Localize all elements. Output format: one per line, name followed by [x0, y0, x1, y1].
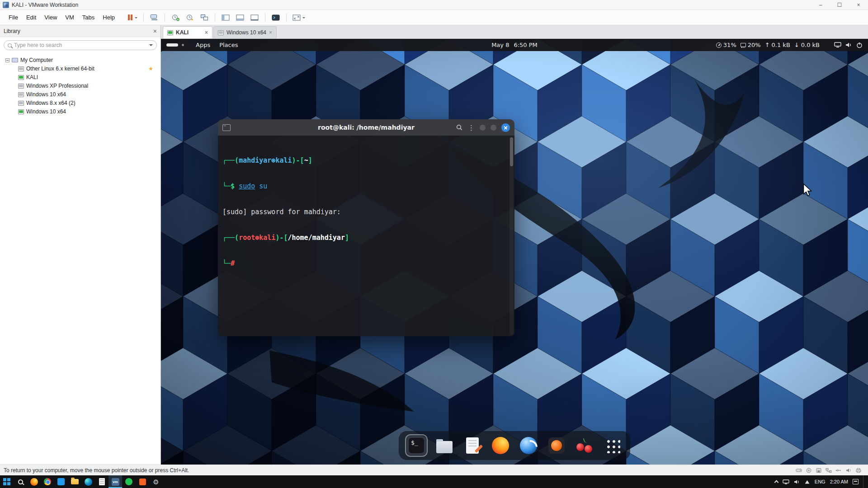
terminal-maximize-button[interactable]: [491, 125, 496, 131]
menu-edit[interactable]: Edit: [22, 12, 40, 23]
tab-windows-10-x64[interactable]: Windows 10 x64: [213, 26, 277, 38]
clock[interactable]: 2:20 AM: [830, 479, 848, 484]
vm-running-icon: [18, 109, 24, 114]
statusbar-message: To return to your computer, move the mou…: [4, 467, 189, 474]
terminal-line: ┌──(root⊛kali)-[/home/mahdiyar]: [222, 234, 505, 242]
console-view-button[interactable]: [270, 12, 282, 23]
terminal-minimize-button[interactable]: [480, 125, 486, 131]
places-menu[interactable]: Places: [215, 42, 242, 48]
dock-app-grid[interactable]: [602, 435, 623, 456]
taskbar-firefox[interactable]: [27, 475, 41, 488]
thumbnail-bar-icon: [236, 14, 244, 21]
tree-node-my-computer[interactable]: My Computer: [2, 56, 159, 64]
take-snapshot-button[interactable]: [170, 12, 181, 23]
usb-icon[interactable]: [835, 468, 842, 473]
tray-network-icon[interactable]: [804, 479, 810, 484]
taskbar-settings[interactable]: [149, 475, 163, 488]
taskbar-vscode[interactable]: [54, 475, 68, 488]
taskbar-chrome[interactable]: [41, 475, 54, 488]
close-button[interactable]: ×: [849, 0, 868, 9]
taskbar-file-explorer[interactable]: [68, 475, 81, 488]
library-close-icon[interactable]: [153, 28, 157, 34]
hidden-icons-chevron[interactable]: [774, 480, 778, 485]
revert-snapshot-button[interactable]: [184, 12, 196, 23]
terminal-close-button[interactable]: [501, 123, 510, 132]
taskbar-search-button[interactable]: [14, 475, 27, 488]
display-icon[interactable]: [834, 42, 841, 48]
floppy-icon[interactable]: [816, 468, 822, 473]
memory-indicator[interactable]: 20%: [741, 42, 761, 48]
fullscreen-button[interactable]: [291, 12, 307, 23]
scrollbar-thumb[interactable]: [510, 137, 513, 166]
tab-close-icon[interactable]: [269, 30, 272, 35]
menu-vm[interactable]: VM: [61, 12, 78, 23]
language-indicator[interactable]: ENG: [815, 479, 826, 484]
printer-icon[interactable]: [855, 468, 862, 473]
power-icon[interactable]: [856, 42, 863, 48]
hdd-icon[interactable]: [796, 468, 802, 473]
show-library-toggle[interactable]: [220, 12, 231, 23]
dock-text-editor[interactable]: [462, 435, 483, 456]
terminal-window[interactable]: root@kali: /home/mahdiyar ┌──(mahdiyar⊛k…: [218, 119, 514, 336]
tree-node-vm[interactable]: Other Linux 6.x kernel 64-bit: [2, 65, 159, 73]
taskbar-edge[interactable]: [81, 475, 95, 488]
dock-terminal[interactable]: [406, 435, 427, 456]
net-up-indicator[interactable]: ↑0.1 kB: [765, 42, 790, 48]
menu-help[interactable]: Help: [99, 12, 119, 23]
workspace-dot[interactable]: [182, 44, 184, 46]
sound-icon[interactable]: [845, 468, 852, 473]
favorite-star-icon[interactable]: [148, 66, 153, 71]
dock-file-manager[interactable]: [434, 435, 455, 456]
cdrom-icon[interactable]: [806, 468, 812, 473]
tree-node-vm[interactable]: Windows XP Professional: [2, 82, 159, 90]
start-button[interactable]: [0, 475, 14, 488]
taskbar-green-app[interactable]: [122, 475, 136, 488]
net-down-indicator[interactable]: ↓0.0 kB: [794, 42, 820, 48]
terminal-titlebar[interactable]: root@kali: /home/mahdiyar: [218, 119, 514, 136]
search-icon: [8, 43, 12, 47]
dock-burpsuite[interactable]: [546, 435, 567, 456]
terminal-scrollbar[interactable]: [509, 136, 514, 335]
tab-close-icon[interactable]: [205, 30, 208, 35]
workspace-indicator[interactable]: [166, 43, 178, 47]
dock-zap[interactable]: [518, 435, 539, 456]
cpu-indicator[interactable]: 31%: [716, 42, 736, 48]
terminal-output: [sudo] password for mahdiyar:: [222, 208, 505, 216]
dock-firefox[interactable]: [490, 435, 511, 456]
library-search-input[interactable]: [14, 42, 147, 48]
action-center-icon[interactable]: [853, 479, 859, 484]
taskbar-notepad[interactable]: [95, 475, 108, 488]
library-search-box[interactable]: [4, 40, 157, 50]
search-dropdown-icon[interactable]: [149, 44, 153, 48]
terminal-search-icon[interactable]: [456, 124, 463, 131]
tray-display-icon[interactable]: [783, 479, 789, 484]
tree-node-vm[interactable]: Windows 10 x64: [2, 108, 159, 116]
menu-view[interactable]: View: [40, 12, 61, 23]
tree-node-vm[interactable]: Windows 8.x x64 (2): [2, 99, 159, 107]
menu-tabs[interactable]: Tabs: [78, 12, 99, 23]
apps-menu[interactable]: Apps: [191, 42, 215, 48]
power-pause-button[interactable]: [126, 12, 139, 23]
minimize-button[interactable]: –: [811, 0, 830, 9]
show-thumbnails-toggle[interactable]: [234, 12, 246, 23]
tree-node-vm[interactable]: KALI: [2, 73, 159, 81]
dock-cherrytree[interactable]: [574, 435, 595, 456]
show-desktop-button[interactable]: [863, 475, 865, 488]
terminal-menu-icon[interactable]: [468, 124, 475, 131]
terminal-body[interactable]: ┌──(mahdiyar⊛kali)-[~] └─$ sudo su [sudo…: [218, 136, 514, 336]
taskbar-orange-app[interactable]: [136, 475, 149, 488]
kali-desktop[interactable]: Apps Places May 86:50 PM 31% 20% ↑0.1 kB…: [161, 39, 868, 465]
tab-kali[interactable]: KALI: [163, 26, 212, 38]
tree-node-vm[interactable]: Windows 10 x64: [2, 90, 159, 99]
volume-icon[interactable]: [845, 42, 852, 48]
show-status-toggle[interactable]: [249, 12, 260, 23]
collapse-icon[interactable]: [5, 58, 9, 62]
net-down-value: 0.0 kB: [801, 42, 820, 48]
taskbar-vmware-active[interactable]: [108, 475, 122, 488]
snapshot-manager-button[interactable]: [198, 12, 210, 23]
menu-file[interactable]: File: [5, 12, 22, 23]
send-ctrl-alt-del-button[interactable]: [148, 12, 160, 23]
network-adapter-icon[interactable]: [826, 468, 832, 473]
maximize-button[interactable]: ☐: [830, 0, 849, 9]
tray-volume-icon[interactable]: [794, 479, 800, 484]
